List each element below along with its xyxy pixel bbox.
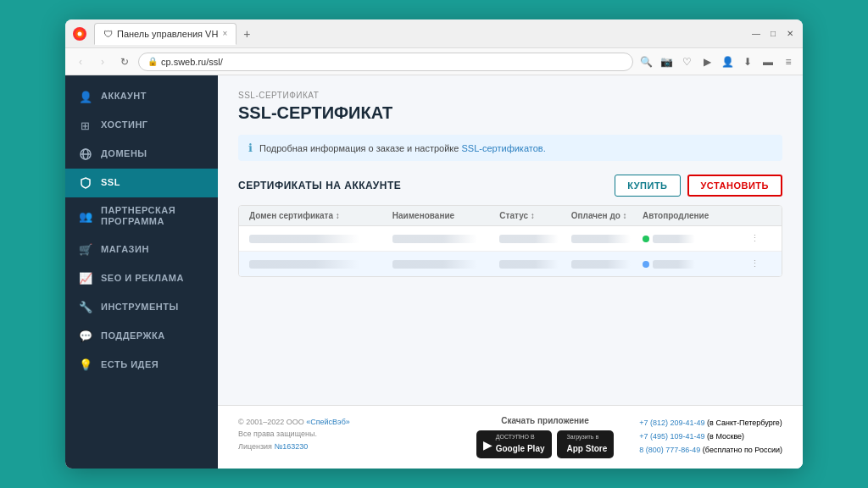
cell-paid-1 (571, 235, 643, 243)
close-button[interactable]: ✕ (784, 28, 796, 40)
hosting-icon: ⊞ (79, 119, 92, 132)
url-text: cp.sweb.ru/ssl/ (161, 57, 223, 67)
download-icon[interactable]: ⬇ (740, 54, 755, 69)
svg-point-2 (78, 31, 82, 36)
col-paid: Оплачен до ↕ (571, 211, 643, 220)
sidebar-item-hosting[interactable]: ⊞ ХОСТИНГ (65, 111, 218, 140)
buy-button[interactable]: КУПИТЬ (615, 175, 680, 197)
phone-msk[interactable]: +7 (495) 109-41-49 (639, 432, 704, 441)
search-icon[interactable]: 🔍 (638, 54, 654, 69)
play-icon[interactable]: ▶ (699, 54, 715, 69)
refresh-button[interactable]: ↻ (116, 53, 133, 70)
domains-icon (79, 147, 92, 161)
profile-icon[interactable]: 👤 (720, 54, 735, 69)
google-play-icon: ▶ (483, 438, 492, 452)
lock-icon: 🔒 (147, 57, 158, 66)
cell-paid-2 (571, 260, 643, 269)
row-menu-icon-1[interactable]: ⋮ (750, 233, 760, 243)
minimize-button[interactable]: — (750, 28, 762, 40)
ssl-table: Домен сертификата ↕ Наименование Статус … (238, 205, 782, 277)
toolbar-icons: 🔍 📷 ♡ ▶ 👤 ⬇ ▬ ≡ (638, 54, 796, 69)
col-auto: Автопродление (643, 211, 750, 220)
cell-name-1 (392, 235, 500, 243)
browser-logo (72, 26, 87, 42)
address-bar: ‹ › ↻ 🔒 cp.sweb.ru/ssl/ 🔍 📷 ♡ ▶ 👤 ⬇ ▬ ≡ (65, 48, 803, 75)
battery-icon: ▬ (760, 54, 776, 69)
support-icon: 💬 (79, 329, 92, 342)
sidebar-label-idea: ЕСТЬ ИДЕЯ (101, 359, 159, 370)
main-content: 👤 АККАУНТ ⊞ ХОСТИНГ ДОМЕНЫ (65, 75, 803, 469)
tab-close-button[interactable]: × (222, 29, 227, 38)
cell-name-2 (392, 260, 500, 269)
sidebar-label-partner: ПАРТНЕРСКАЯ ПРОГРАММА (101, 205, 204, 227)
sidebar: 👤 АККАУНТ ⊞ ХОСТИНГ ДОМЕНЫ (65, 75, 218, 469)
cell-action-1[interactable]: ⋮ (750, 233, 771, 244)
breadcrumb: SSL-СЕРТИФИКАТ (238, 91, 782, 100)
maximize-button[interactable]: □ (767, 28, 779, 40)
seo-icon: 📈 (79, 271, 92, 285)
sidebar-item-tools[interactable]: 🔧 ИНСТРУМЕНТЫ (65, 292, 218, 321)
page-footer: © 2001–2022 ООО «СпейсВэб» Все права защ… (218, 405, 803, 469)
sidebar-item-shop[interactable]: 🛒 МАГАЗИН (65, 235, 218, 263)
row-menu-icon-2[interactable]: ⋮ (750, 258, 760, 269)
table-row: ⋮ (239, 252, 782, 276)
sidebar-label-support: ПОДДЕРЖКА (101, 330, 165, 341)
app-badges: ▶ ДОСТУПНО В Google Play Загрузить в App… (476, 430, 615, 458)
sidebar-item-account[interactable]: 👤 АККАУНТ (65, 82, 218, 111)
active-tab[interactable]: 🛡 Панель управления VH × (94, 23, 236, 45)
forward-button[interactable]: › (94, 53, 111, 70)
tab-bar: 🛡 Панель управления VH × + (94, 23, 747, 45)
table-row: ⋮ (239, 226, 782, 252)
sidebar-item-domains[interactable]: ДОМЕНЫ (65, 140, 218, 169)
cell-status-1 (499, 235, 570, 243)
tab-label: Панель управления VH (117, 29, 218, 39)
google-play-badge[interactable]: ▶ ДОСТУПНО В Google Play (476, 430, 552, 458)
phone-spb[interactable]: +7 (812) 209-41-49 (639, 419, 704, 427)
col-actions (750, 211, 771, 220)
heart-icon[interactable]: ♡ (679, 54, 694, 69)
tab-icon: 🛡 (103, 29, 113, 39)
sidebar-item-idea[interactable]: 💡 ЕСТЬ ИДЕЯ (65, 350, 218, 379)
install-button[interactable]: УСТАНОВИТЬ (687, 175, 782, 197)
menu-icon[interactable]: ≡ (781, 54, 796, 69)
url-bar[interactable]: 🔒 cp.sweb.ru/ssl/ (138, 53, 633, 71)
account-icon: 👤 (79, 90, 92, 103)
table-header: Домен сертификата ↕ Наименование Статус … (239, 206, 782, 226)
info-icon: ℹ (248, 141, 253, 154)
sidebar-label-domains: ДОМЕНЫ (101, 148, 147, 159)
back-button[interactable]: ‹ (72, 53, 89, 70)
license-link[interactable]: №163230 (275, 442, 309, 451)
section-buttons: КУПИТЬ УСТАНОВИТЬ (615, 175, 782, 197)
cell-auto-1 (643, 235, 750, 243)
sidebar-item-ssl[interactable]: SSL (65, 169, 218, 197)
app-store-badge[interactable]: Загрузить в App Store (557, 430, 615, 458)
idea-icon: 💡 (79, 358, 92, 371)
sidebar-label-hosting: ХОСТИНГ (101, 119, 148, 130)
info-link[interactable]: SSL-сертификатов. (462, 143, 546, 153)
section-header: СЕРТИФИКАТЫ НА АККАУНТЕ КУПИТЬ УСТАНОВИТ… (238, 175, 782, 197)
cell-action-2[interactable]: ⋮ (750, 258, 771, 269)
col-domain: Домен сертификата ↕ (249, 211, 392, 220)
window-controls: — □ ✕ (750, 28, 796, 40)
sidebar-item-seo[interactable]: 📈 SEO И РЕКЛАМА (65, 263, 218, 292)
google-play-text: ДОСТУПНО В Google Play (496, 434, 545, 455)
info-text: Подробная информация о заказе и настройк… (259, 143, 546, 153)
page-area: SSL-СЕРТИФИКАТ SSL-СЕРТИФИКАТ ℹ Подробна… (218, 75, 803, 469)
footer-contacts: +7 (812) 209-41-49 (в Санкт-Петербурге) … (639, 416, 782, 458)
page-content: SSL-СЕРТИФИКАТ SSL-СЕРТИФИКАТ ℹ Подробна… (218, 75, 803, 405)
company-link[interactable]: «СпейсВэб» (306, 418, 350, 426)
phone-free[interactable]: 8 (800) 777-86-49 (639, 446, 700, 454)
new-tab-button[interactable]: + (240, 27, 253, 41)
browser-window: 🛡 Панель управления VH × + — □ ✕ ‹ › ↻ 🔒… (65, 19, 803, 469)
sidebar-item-partner[interactable]: 👥 ПАРТНЕРСКАЯ ПРОГРАММА (65, 197, 218, 235)
cell-auto-2 (643, 260, 750, 269)
cell-status-2 (499, 260, 570, 269)
sidebar-label-account: АККАУНТ (101, 91, 147, 102)
footer-apps-label: Скачать приложение (501, 416, 589, 425)
sidebar-item-support[interactable]: 💬 ПОДДЕРЖКА (65, 321, 218, 350)
tools-icon: 🔧 (79, 300, 92, 313)
info-banner: ℹ Подробная информация о заказе и настро… (238, 135, 782, 161)
sidebar-label-ssl: SSL (101, 177, 120, 188)
footer-copyright: © 2001–2022 ООО «СпейсВэб» Все права защ… (238, 416, 451, 452)
screenshot-icon[interactable]: 📷 (659, 54, 674, 69)
